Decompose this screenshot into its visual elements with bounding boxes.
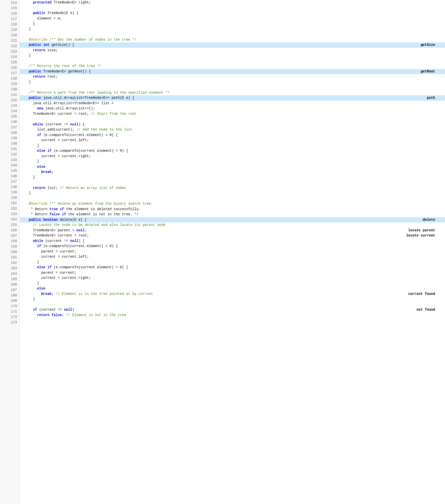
line-number: 165	[2, 276, 17, 282]
line-number: 160	[2, 249, 17, 255]
code-line: parent = current;	[20, 249, 445, 254]
line-number: 148	[2, 184, 17, 190]
line-number: 125	[2, 60, 17, 65]
code-line: if (e.compareTo(current.element) < 0) {	[20, 132, 445, 138]
code-content: parent = current;	[20, 249, 445, 254]
line-number: 173	[2, 320, 17, 325]
line-number: 156	[2, 228, 17, 233]
code-annotation: getRoot	[421, 69, 435, 74]
code-content: return list; // Return an array list of …	[20, 185, 445, 191]
code-line: }	[20, 21, 445, 27]
code-line: current = current.left;	[20, 254, 445, 260]
code-line	[20, 58, 445, 64]
code-content: current = current.right;	[20, 275, 445, 281]
code-line	[20, 196, 445, 201]
code-annotation: getSize	[421, 42, 435, 48]
code-content: else	[20, 164, 445, 170]
code-line: }	[20, 143, 445, 148]
line-number: 167	[2, 287, 17, 293]
code-container: 1141151161171181191201211221231241251261…	[0, 0, 445, 504]
code-content: return root;	[20, 74, 445, 80]
code-content: TreeNode<E> current = root; // Start fro…	[20, 111, 445, 117]
code-line: parent = current;	[20, 270, 445, 276]
code-content: else	[20, 286, 445, 291]
code-line: break; // Element is in the tree pointed…	[20, 291, 445, 297]
line-number: 170	[2, 304, 17, 309]
code-content: }	[20, 27, 445, 32]
code-content: current = current.left;	[20, 254, 445, 260]
code-content: /** Returns the root of the tree */	[20, 64, 445, 69]
code-line: TreeNode<E> current = root; // Start fro…	[20, 111, 445, 117]
code-line	[20, 117, 445, 122]
code-line: }	[20, 27, 445, 32]
line-number: 119	[2, 27, 17, 33]
code-content: public java.util.ArrayList<TreeNode<E>> …	[20, 95, 445, 101]
code-line: }	[20, 175, 445, 180]
code-line: public TreeNode<E> getRoot() {getRoot	[20, 69, 445, 74]
code-content: if (e.compareTo(current.element) < 0) {	[20, 244, 445, 249]
line-number: 130	[2, 87, 17, 92]
code-line: * Return false if the element is not in …	[20, 212, 445, 217]
line-number: 141	[2, 146, 17, 152]
line-number: 153	[2, 211, 17, 217]
code-content: protected TreeNode<E> right;	[20, 0, 445, 5]
line-number: 132	[2, 98, 17, 103]
code-content: else if (e.compareTo(current.element) > …	[20, 148, 445, 154]
code-content	[20, 117, 445, 122]
code-content: }	[20, 143, 445, 148]
code-content	[20, 180, 445, 185]
line-number: 131	[2, 92, 17, 98]
code-line: list.add(current); // Add the node to th…	[20, 127, 445, 132]
code-content: break;	[20, 169, 445, 175]
line-number: 146	[2, 173, 17, 179]
code-content	[20, 196, 445, 201]
code-line	[20, 5, 445, 11]
line-number: 143	[2, 157, 17, 162]
code-annotation: locate current	[406, 233, 435, 238]
code-line: if (e.compareTo(current.element) < 0) {	[20, 244, 445, 249]
code-annotation: path	[427, 95, 435, 101]
line-number: 133	[2, 103, 17, 108]
line-number: 128	[2, 76, 17, 81]
code-content: TreeNode<E> current = root;	[20, 233, 445, 238]
code-content: list.add(current); // Add the node to th…	[20, 127, 445, 132]
code-line: current = current.right;	[20, 154, 445, 159]
code-content: @Override /** Delete an element from the…	[20, 201, 445, 207]
code-line: while (current != null) {	[20, 238, 445, 244]
code-content: }	[20, 159, 445, 164]
line-number: 126	[2, 65, 17, 71]
code-content: if (current == null)	[20, 307, 445, 313]
line-number: 172	[2, 314, 17, 320]
code-content: }	[20, 297, 445, 302]
code-content: public TreeNode(E e) {	[20, 11, 445, 16]
code-line: }	[20, 281, 445, 286]
code-content: /** Returns a path from the root leading…	[20, 90, 445, 96]
code-line: if (current == null)not found	[20, 307, 445, 313]
code-line: public boolean delete(E e) {delete	[20, 217, 445, 223]
code-line: public TreeNode(E e) {	[20, 11, 445, 16]
line-number: 124	[2, 54, 17, 60]
line-number: 115	[2, 5, 17, 11]
line-number: 134	[2, 108, 17, 114]
line-number: 120	[2, 33, 17, 38]
line-number: 149	[2, 190, 17, 195]
code-line: java.util.ArrayList<TreeNode<E>> list =	[20, 101, 445, 106]
code-area: protected TreeNode<E> right; public Tree…	[20, 0, 445, 504]
code-content	[20, 5, 445, 11]
code-content: public int getSize() {	[20, 42, 445, 48]
line-number: 135	[2, 114, 17, 119]
line-number: 116	[2, 11, 17, 16]
line-number: 171	[2, 309, 17, 314]
line-number: 154	[2, 217, 17, 222]
code-content: java.util.ArrayList<TreeNode<E>> list =	[20, 101, 445, 106]
code-annotation: locate parent	[408, 228, 435, 233]
code-content	[20, 85, 445, 90]
code-line: * Return true if the element is deleted …	[20, 207, 445, 212]
code-line	[20, 32, 445, 37]
code-content: * Return false if the element is not in …	[20, 212, 445, 217]
code-line: else	[20, 164, 445, 170]
code-line: current = current.right;	[20, 275, 445, 281]
code-content: * Return true if the element is deleted …	[20, 207, 445, 212]
line-number: 158	[2, 238, 17, 244]
code-content: }	[20, 191, 445, 196]
